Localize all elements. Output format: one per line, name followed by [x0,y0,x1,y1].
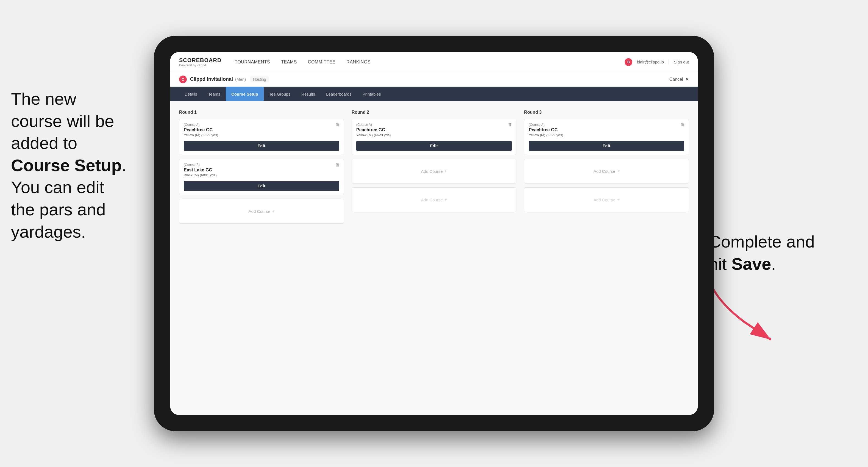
brand-sub: Powered by clippd [179,63,221,67]
round-2-course-a-edit-button[interactable]: Edit [356,141,512,151]
round-1-column: Round 1 🗑 (Course A) Peachtree GC Yellow… [179,110,344,227]
nav-right: B blair@clippd.io | Sign out [625,58,689,66]
round-3-add-course-disabled-button: Add Course + [524,187,689,212]
round-1-add-course-plus-icon: + [272,209,274,214]
round-1-title: Round 1 [179,110,344,115]
round-1-course-a-delete-icon[interactable]: 🗑 [335,122,340,127]
nav-separator: | [668,60,670,64]
round-2-course-a-label: (Course A) [356,123,512,127]
tournament-gender: (Men) [235,77,246,82]
cancel-x-icon: ✕ [685,77,689,82]
brand-scoreboard: SCOREBOARD [179,57,221,63]
tab-teams[interactable]: Teams [203,87,226,101]
round-2-title: Round 2 [351,110,517,115]
round-1-course-a-details: Yellow (M) (6629 yds) [184,133,339,137]
tab-printables[interactable]: Printables [357,87,386,101]
annotation-right: Complete and hit Save. [709,231,851,275]
round-1-course-b-label: (Course B) [184,163,339,167]
brand: SCOREBOARD Powered by clippd [179,57,221,67]
arrow-right-icon [703,280,785,346]
round-1-course-a-edit-button[interactable]: Edit [184,141,339,151]
round-1-course-a-label: (Course A) [184,123,339,127]
round-3-add-course-button[interactable]: Add Course + [524,159,689,184]
round-3-course-a-label: (Course A) [529,123,684,127]
nav-link-teams[interactable]: TEAMS [281,60,297,65]
round-2-add-course-disabled-label: Add Course [421,197,443,202]
nav-link-committee[interactable]: COMMITTEE [308,60,336,65]
round-1-course-b-card: 🗑 (Course B) East Lake GC Black (M) (689… [179,159,344,195]
round-1-add-course-button[interactable]: Add Course + [179,199,344,224]
round-2-add-course-disabled-plus-icon: + [444,197,447,202]
tournament-name: Clippd Invitational [190,76,233,82]
nav-links: TOURNAMENTS TEAMS COMMITTEE RANKINGS [235,60,625,65]
round-1-course-b-details: Black (M) (6891 yds) [184,173,339,177]
tab-course-setup[interactable]: Course Setup [226,87,264,101]
main-content: Round 1 🗑 (Course A) Peachtree GC Yellow… [170,101,698,415]
round-1-course-b-delete-icon[interactable]: 🗑 [335,162,340,167]
tournament-hosting: Hosting [250,76,269,83]
round-3-course-a-details: Yellow (M) (6629 yds) [529,133,684,137]
round-3-course-a-name: Peachtree GC [529,127,684,132]
round-3-title: Round 3 [524,110,689,115]
tab-details[interactable]: Details [179,87,203,101]
round-2-add-course-disabled-button: Add Course + [351,187,517,212]
annotation-left-bold: Course Setup [11,156,122,175]
round-2-course-a-details: Yellow (M) (6629 yds) [356,133,512,137]
round-3-add-course-label: Add Course [594,169,615,174]
annotation-right-bold: Save [732,254,771,273]
round-1-course-b-edit-button[interactable]: Edit [184,181,339,191]
round-2-course-a-name: Peachtree GC [356,127,512,132]
tournament-bar: C Clippd Invitational (Men) Hosting Canc… [170,72,698,87]
round-3-course-a-card: 🗑 (Course A) Peachtree GC Yellow (M) (66… [524,119,689,155]
tab-tee-groups[interactable]: Tee Groups [264,87,296,101]
round-3-add-course-disabled-plus-icon: + [617,197,619,202]
avatar: B [625,58,632,66]
round-1-course-a-name: Peachtree GC [184,127,339,132]
rounds-grid: Round 1 🗑 (Course A) Peachtree GC Yellow… [179,110,689,227]
round-1-course-a-card: 🗑 (Course A) Peachtree GC Yellow (M) (66… [179,119,344,155]
sign-out-link[interactable]: Sign out [674,60,689,64]
tab-results[interactable]: Results [296,87,320,101]
nav-link-tournaments[interactable]: TOURNAMENTS [235,60,270,65]
nav-bar: SCOREBOARD Powered by clippd TOURNAMENTS… [170,52,698,72]
round-1-course-b-name: East Lake GC [184,167,339,173]
round-2-course-a-card: 🗑 (Course A) Peachtree GC Yellow (M) (66… [351,119,517,155]
tournament-icon: C [179,75,187,83]
round-2-course-a-delete-icon[interactable]: 🗑 [508,122,512,127]
tabs-bar: Details Teams Course Setup Tee Groups Re… [170,87,698,101]
round-3-course-a-edit-button[interactable]: Edit [529,141,684,151]
round-3-column: Round 3 🗑 (Course A) Peachtree GC Yellow… [524,110,689,227]
round-3-course-a-delete-icon[interactable]: 🗑 [680,122,685,127]
round-1-add-course-label: Add Course [249,209,270,214]
round-3-add-course-disabled-label: Add Course [594,197,615,202]
round-3-add-course-plus-icon: + [617,169,619,174]
nav-link-rankings[interactable]: RANKINGS [346,60,371,65]
round-2-add-course-label: Add Course [421,169,443,174]
cancel-button[interactable]: Cancel ✕ [670,76,689,82]
round-2-column: Round 2 🗑 (Course A) Peachtree GC Yellow… [351,110,517,227]
user-email: blair@clippd.io [637,60,664,64]
tablet-screen: SCOREBOARD Powered by clippd TOURNAMENTS… [170,52,698,415]
round-2-add-course-button[interactable]: Add Course + [351,159,517,184]
tab-leaderboards[interactable]: Leaderboards [320,87,357,101]
round-2-add-course-plus-icon: + [444,169,447,174]
tablet-device: SCOREBOARD Powered by clippd TOURNAMENTS… [154,36,714,431]
